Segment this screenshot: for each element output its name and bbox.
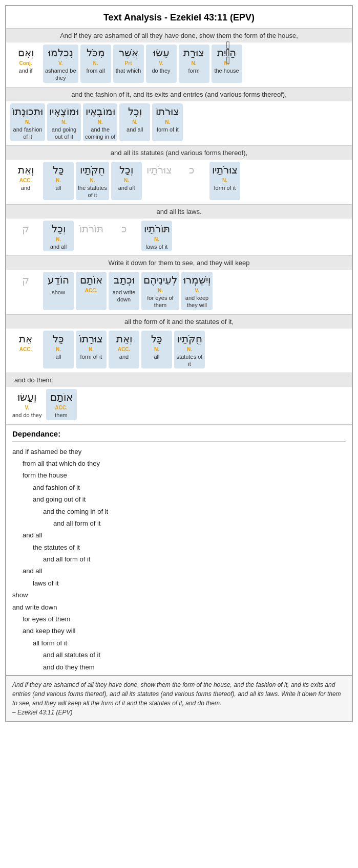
word-nikhlimu: נִכְלְמוּ V. ashamed be they: [43, 45, 78, 83]
word-chukotav: חֻקֹּתָיו N. the statutes of it: [76, 162, 109, 200]
word-veasu: וְעָשׂוּ V. and do they: [10, 389, 44, 420]
word-tzurotav-faded: צוּרֹתָיו: [144, 162, 175, 200]
word-tzurato: צוּרָתוֹ N. form of it: [76, 331, 107, 369]
dep-line-3: form the house: [12, 469, 346, 481]
word-vekol-4: וְכָל N. and all: [43, 221, 74, 251]
dep-line-7: and all form of it: [12, 517, 346, 529]
word-chukotav-6: חֻקֹּתָיו N. statutes of it: [174, 331, 205, 369]
clause-section-5: Write it down for them to see, and they …: [6, 256, 352, 315]
clause-section-6: all the form of it and the statutes of i…: [6, 315, 352, 374]
clause-section-3: and all its statutes (and various forms …: [6, 146, 352, 205]
dep-line-10: and all form of it: [12, 553, 346, 565]
word-hodea: הוֹדַע show: [43, 272, 74, 310]
words-row-5: וְיִשְׁמְרוּ V. and keep they will לְעֵי…: [6, 270, 352, 314]
clause-label-2: and the fashion of it, and its exits and…: [6, 88, 352, 101]
clause-label-1: And if they are ashamed of all they have…: [6, 29, 352, 42]
word-otam-7: אוֹתָם ACC. them: [46, 389, 77, 420]
clause-label-7: and do them.: [6, 373, 352, 387]
dep-line-15: for eyes of them: [12, 613, 346, 625]
words-row-4: תּוֹרֹתָיו N. laws of it כ תּוֹרֹתוֹ וְכ…: [6, 219, 352, 255]
words-row-7: אוֹתָם ACC. them וְעָשׂוּ V. and do they: [6, 387, 352, 424]
word-utkhunato: וּתְכוּנָתוֹ N. and fashion of it: [10, 103, 45, 142]
word-tzurotav-2: צוּרֹתוֹ N. form of it: [152, 103, 183, 142]
clause-section-1: And if they are ashamed of all they have…: [6, 29, 352, 88]
word-vekol-2: וְכָל N. and all: [119, 103, 150, 142]
dep-line-9: the statutes of it: [12, 541, 346, 553]
word-toroto-faded: תּוֹרֹתוֹ: [76, 221, 107, 251]
footer-section: And if they are ashamed of all they have…: [6, 675, 352, 721]
word-ukhtav: וּכְתָב and write down: [109, 272, 139, 310]
word-asu: עָשׂוּ V. do they: [146, 45, 177, 83]
word-qof-5: ק: [10, 272, 41, 310]
main-container: Text Analysis - Ezekiel 43:11 (EPV) And …: [5, 5, 353, 722]
words-row-3: צוּרֹתָיו N. form of it כ צוּרֹתָיו וְכָ…: [6, 160, 352, 204]
dep-line-12: laws of it: [12, 577, 346, 589]
page-title: Text Analysis - Ezekiel 43:11 (EPV): [6, 6, 352, 29]
word-tzurotav-3: צוּרֹתָיו N. form of it: [209, 162, 240, 200]
word-kaf-4: כ: [109, 221, 139, 251]
words-row-2: צוּרֹתוֹ N. form of it וְכָל N. and all …: [6, 101, 352, 146]
footer-text: And if they are ashamed of all they have…: [12, 681, 341, 707]
word-torotav: תּוֹרֹתָיו N. laws of it: [141, 221, 172, 251]
footer-ref: – Ezekiel 43:11 (EPV): [12, 709, 72, 716]
clause-section-4: and all its laws. תּוֹרֹתָיו N. laws of …: [6, 205, 352, 256]
dep-line-5: and going out of it: [12, 493, 346, 505]
word-veet-6: וְאֵת ACC. and: [109, 331, 139, 369]
word-veim: וְאִם Conj. and if: [10, 45, 41, 83]
word-umovaav: וּמוֹבָאָיו N. and the coming in of: [83, 103, 117, 142]
dep-line-17: all form of it: [12, 637, 346, 649]
clause-label-5: Write it down for them to see, and they …: [6, 256, 352, 270]
dependance-section: Dependance: and if ashamed be they from …: [6, 425, 352, 675]
dep-line-8: and all: [12, 529, 346, 541]
dependance-title: Dependance:: [12, 429, 346, 438]
word-mikol: מִכֹּל N. from all: [80, 45, 111, 83]
word-kol-3: כָּל N. all: [43, 162, 74, 200]
dep-line-18: and all statutes of it: [12, 649, 346, 661]
clause-label-4: and all its laws.: [6, 205, 352, 219]
word-kaf-3: כ: [177, 162, 207, 200]
word-kol-6b: כָּל N. all: [43, 331, 74, 369]
words-row-1: הַבַּ֫יִת N. the house צוּרַת N. form עָ…: [6, 42, 352, 87]
clause-section-7: and do them. אוֹתָם ACC. them וְעָשׂוּ V…: [6, 373, 352, 424]
dep-line-2: from all that which do they: [12, 458, 346, 469]
word-et-6: אֵת ACC.: [10, 331, 41, 369]
clause-label-6: all the form of it and the statutes of i…: [6, 315, 352, 329]
word-tzurat: צוּרַת N. form: [179, 45, 209, 83]
dep-line-1: and if ashamed be they: [12, 446, 346, 458]
word-umotazav: וּמוֹצָאָיו N. and going out of it: [47, 103, 81, 142]
dep-line-19: and do they them: [12, 661, 346, 673]
dep-line-14: and write down: [12, 601, 346, 613]
dep-lines: and if ashamed be they from all that whi…: [12, 446, 346, 673]
word-vishimru: וְיִשְׁמְרוּ V. and keep they will: [181, 272, 213, 310]
word-habayit: הַבַּ֫יִת N. the house: [212, 45, 242, 83]
dep-line-16: and keep they will: [12, 625, 346, 637]
word-qof-4: ק: [10, 221, 41, 251]
dep-line-11: and all: [12, 565, 346, 577]
word-leeynehem: לְעֵינֵיהֶם N. for eyes of them: [141, 272, 179, 310]
word-asher: אֲשֶׁר Prt that which: [113, 45, 144, 83]
dep-line-6: and the coming in of it: [12, 506, 346, 517]
word-vekol-3: וְכָל N. and all: [111, 162, 142, 200]
clause-label-3: and all its statutes (and various forms …: [6, 146, 352, 160]
dep-line-4: and fashion of it: [12, 482, 346, 493]
words-row-6: חֻקֹּתָיו N. statutes of it כָּל N. all …: [6, 329, 352, 373]
word-veet-3: וְאֵת ACC. and: [10, 162, 41, 200]
dep-line-13: show: [12, 589, 346, 601]
clause-section-2: and the fashion of it, and its exits and…: [6, 88, 352, 146]
word-otam-5: אוֹתָם ACC.: [76, 272, 107, 310]
word-kol-6: כָּל N. all: [141, 331, 172, 369]
